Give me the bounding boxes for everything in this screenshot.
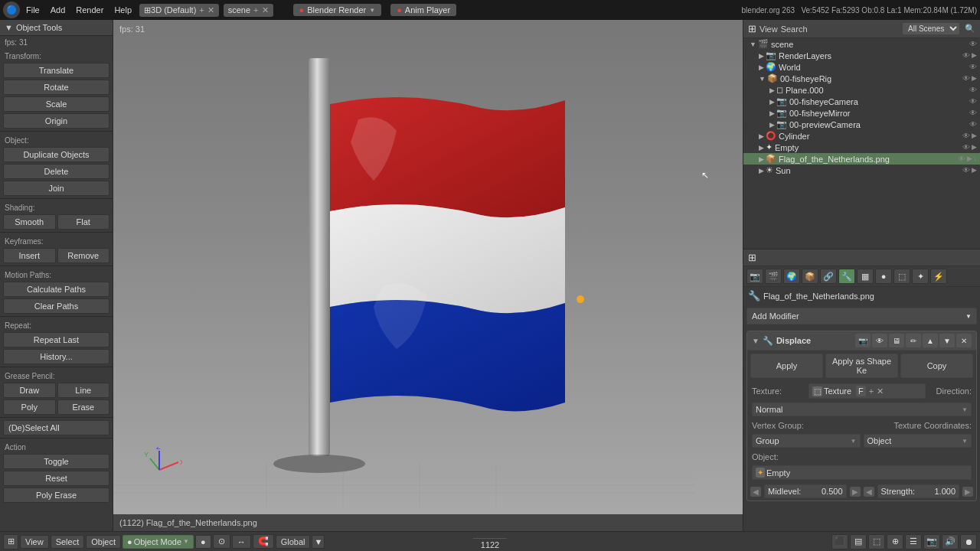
object-mode-select[interactable]: ● Object Mode ▼ [122, 535, 194, 549]
prop-icon-object[interactable]: 📦 [802, 269, 818, 284]
view-menu-btn[interactable]: View [20, 535, 49, 549]
viewport-tab[interactable]: ⊞ 3D (Default) + ✕ [139, 4, 219, 17]
reset-btn[interactable]: Reset [3, 471, 109, 486]
strength-next[interactable]: ▶ [962, 487, 973, 497]
scale-btn[interactable]: Scale [3, 96, 109, 112]
midlevel-field[interactable]: Midlevel: 0.500 [764, 484, 847, 498]
poly-erase-btn[interactable]: Poly Erase [3, 487, 109, 503]
tree-item-fisheyecamera[interactable]: ▶ 📷 00-fisheyeCamera 👁 [743, 96, 980, 107]
scene-eye[interactable]: 👁 [969, 40, 977, 48]
prop-icon-particles[interactable]: ✦ [912, 269, 929, 284]
prop-icon-constraints[interactable]: 🔗 [820, 269, 837, 284]
mod-render-btn[interactable]: 🖥 [889, 334, 904, 347]
delete-btn[interactable]: Delete [3, 164, 109, 179]
menu-render[interactable]: Render [71, 4, 108, 16]
prop-icon-world[interactable]: 🌍 [783, 269, 800, 284]
bottom-icon6[interactable]: 📷 [923, 534, 940, 549]
all-scenes-select[interactable]: All Scenes [902, 22, 960, 35]
viewport-tab-close[interactable]: ✕ [207, 5, 214, 15]
viewport-tab-add[interactable]: + [199, 5, 204, 15]
bottom-icon1[interactable]: ⬛ [831, 534, 848, 549]
bottom-icon-btn[interactable]: ⊞ [3, 534, 18, 549]
texture-f-btn[interactable]: F [856, 386, 866, 396]
scene-tab-close[interactable]: ✕ [262, 5, 269, 15]
line-btn[interactable]: Line [57, 383, 110, 398]
select-menu-btn[interactable]: Select [51, 535, 85, 549]
origin-btn[interactable]: Origin [3, 113, 109, 129]
viewport-shading-btn[interactable]: ● [195, 535, 211, 549]
vertex-group-dropdown[interactable]: Group ▼ [752, 434, 861, 448]
bottom-icon5[interactable]: ☰ [905, 534, 922, 549]
renderer-tab[interactable]: ● Blender Render ▼ [293, 4, 382, 16]
tree-item-renderlayers[interactable]: ▶ 📷 RenderLayers 👁 ▶ [743, 50, 980, 61]
mod-down-btn[interactable]: ▼ [939, 334, 955, 347]
tree-item-plane[interactable]: ▶ ◻ Plane.000 👁 [743, 84, 980, 96]
scene-tab-add[interactable]: + [253, 5, 258, 15]
duplicate-btn[interactable]: Duplicate Objects [3, 147, 109, 162]
smooth-btn[interactable]: Smooth [3, 214, 56, 230]
tree-item-cylinder[interactable]: ▶ ⭕ Cylinder 👁 ▶ [743, 130, 980, 142]
modifier-toggle[interactable]: ▼ [752, 337, 760, 345]
strength-prev[interactable]: ◀ [864, 487, 874, 497]
global-arrow-btn[interactable]: ▼ [312, 535, 325, 549]
tree-item-fisheyemirror[interactable]: ▶ 📷 00-fisheyeMirror 👁 [743, 107, 980, 119]
prop-icon-render[interactable]: 🎬 [765, 269, 782, 284]
mod-camera-btn[interactable]: 📷 [855, 334, 871, 347]
prop-icon-scene[interactable]: 📷 [746, 269, 763, 284]
mod-edit-btn[interactable]: ✏ [906, 334, 921, 347]
texture-plus-btn[interactable]: + [869, 386, 874, 396]
bottom-icon8[interactable]: ⏺ [960, 534, 977, 549]
tree-item-previewcamera[interactable]: ▶ 📷 00-previewCamera 👁 [743, 119, 980, 130]
remove-btn[interactable]: Remove [57, 248, 110, 263]
texture-coord-dropdown[interactable]: Object ▼ [864, 434, 972, 448]
midlevel-prev[interactable]: ◀ [750, 487, 761, 497]
bottom-icon3[interactable]: ⬚ [868, 534, 885, 549]
global-btn[interactable]: Global [276, 535, 311, 549]
view-btn[interactable]: View [760, 24, 778, 34]
mod-up-btn[interactable]: ▲ [923, 334, 938, 347]
prop-icon-physics[interactable]: ⚡ [930, 269, 947, 284]
tree-item-empty[interactable]: ▶ ✦ Empty 👁 ▶ [743, 142, 980, 153]
bottom-icon7[interactable]: 🔊 [942, 534, 959, 549]
insert-btn[interactable]: Insert [3, 248, 56, 263]
toggle-btn[interactable]: Toggle [3, 454, 109, 469]
erase-btn[interactable]: Erase [57, 399, 110, 415]
blender-icon[interactable]: 🔵 [3, 2, 20, 18]
tree-item-sun[interactable]: ▶ ☀ Sun 👁 ▶ [743, 165, 980, 176]
prop-icon-material[interactable]: ● [875, 269, 892, 284]
outliner-search-icon[interactable]: 🔍 [965, 24, 975, 34]
history-btn[interactable]: History... [3, 349, 109, 364]
prop-icon-texture[interactable]: ⬚ [893, 269, 910, 284]
direction-dropdown[interactable]: Normal ▼ [752, 403, 972, 416]
tree-item-flag[interactable]: ▶ 📦 Flag_of_the_Netherlands.png 👁 ▶ ↓ [743, 153, 980, 165]
bottom-icon2[interactable]: ▤ [850, 534, 867, 549]
midlevel-next[interactable]: ▶ [850, 487, 861, 497]
translate-btn[interactable]: Translate [3, 63, 109, 78]
prop-icon-modifier[interactable]: 🔧 [838, 269, 855, 284]
search-btn[interactable]: Search [781, 24, 808, 34]
menu-add[interactable]: Add [46, 4, 70, 16]
strength-field[interactable]: Strength: 1.000 [877, 484, 960, 498]
clear-paths-btn[interactable]: Clear Paths [3, 298, 109, 314]
join-btn[interactable]: Join [3, 181, 109, 196]
calculate-paths-btn[interactable]: Calculate Paths [3, 282, 109, 297]
deselect-all-btn[interactable]: (De)Select All [3, 420, 109, 435]
mod-eye-btn[interactable]: 👁 [872, 334, 887, 347]
mod-close-btn[interactable]: ✕ [956, 334, 972, 347]
viewport[interactable]: fps: 31 ↖ X Y Z [113, 20, 743, 531]
prop-icon-data[interactable]: ▦ [857, 269, 874, 284]
flat-btn[interactable]: Flat [57, 214, 110, 230]
transform-btn[interactable]: ↔ [232, 535, 251, 549]
snap-btn[interactable]: 🧲 [253, 534, 274, 549]
apply-btn[interactable]: Apply [750, 354, 823, 378]
tree-item-world[interactable]: ▶ 🌍 World 👁 [743, 61, 980, 73]
object-menu-btn[interactable]: Object [86, 535, 121, 549]
menu-file[interactable]: File [21, 4, 44, 16]
menu-help[interactable]: Help [109, 4, 136, 16]
copy-btn[interactable]: Copy [900, 354, 973, 378]
texture-x-btn[interactable]: ✕ [877, 386, 884, 396]
object-field-value[interactable]: ✦ Empty [752, 465, 972, 480]
scene-tab[interactable]: scene + ✕ [224, 4, 273, 17]
tree-item-fisheyerig[interactable]: ▼ 📦 00-fisheyeRig 👁 ▶ [743, 73, 980, 84]
tree-item-scene[interactable]: ▼ 🎬 scene 👁 [743, 38, 980, 50]
